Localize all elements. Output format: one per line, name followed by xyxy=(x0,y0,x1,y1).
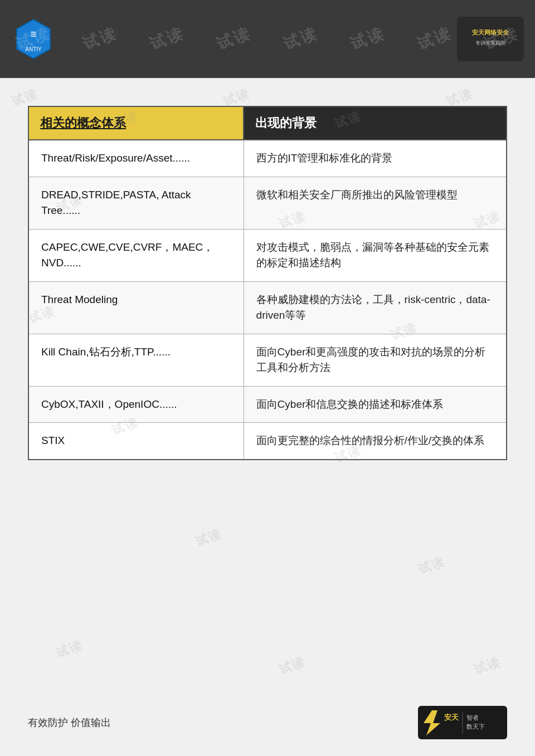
main-content: 相关的概念体系 出现的背景 Threat/Risk/Exposure/Asset… xyxy=(0,78,535,482)
svg-text:安天网络安全: 安天网络安全 xyxy=(471,29,509,36)
svg-text:数天下: 数天下 xyxy=(466,723,485,730)
footer: 有效防护 价值输出 安天 智者 数天下 xyxy=(28,706,507,739)
brand-logo: ≡ ANTIY xyxy=(11,17,56,61)
table-cell-right: 微软和相关安全厂商所推出的风险管理模型 xyxy=(244,177,507,229)
header: 试读 试读 试读 试读 试读 试读 试读 试读 ≡ ANTIY 安天网络安全 专… xyxy=(0,0,535,78)
table-cell-left: Threat/Risk/Exposure/Asset...... xyxy=(28,140,244,177)
table-row: Threat Modeling各种威胁建模的方法论，工具，risk-centri… xyxy=(28,281,507,334)
footer-slogan: 有效防护 价值输出 xyxy=(28,716,111,729)
svg-text:智者: 智者 xyxy=(466,714,479,721)
svg-text:专训营第四期: 专训营第四期 xyxy=(475,40,505,46)
table-cell-right: 面向更完整的综合性的情报分析/作业/交换的体系 xyxy=(244,423,507,460)
footer-logo: 安天 智者 数天下 xyxy=(418,706,507,739)
svg-text:ANTIY: ANTIY xyxy=(25,46,42,52)
table-cell-left: CAPEC,CWE,CVE,CVRF，MAEC，NVD...... xyxy=(28,229,244,281)
watermark: 试读 xyxy=(471,653,503,678)
watermark: 试读 xyxy=(276,653,308,678)
table-cell-left: DREAD,STRIDE,PASTA, Attack Tree...... xyxy=(28,177,244,229)
table-row: CybOX,TAXII，OpenIOC......面向Cyber和信息交换的描述… xyxy=(28,386,507,423)
table-cell-right: 各种威胁建模的方法论，工具，risk-centric，data-driven等等 xyxy=(244,281,507,334)
table-cell-left: Kill Chain,钻石分析,TTP...... xyxy=(28,334,244,386)
table-cell-left: CybOX,TAXII，OpenIOC...... xyxy=(28,386,244,423)
table-cell-right: 面向Cyber和信息交换的描述和标准体系 xyxy=(244,386,507,423)
training-logo: 安天网络安全 专训营第四期 xyxy=(457,17,524,61)
watermark: 试读 xyxy=(193,525,225,550)
header-watermarks: 试读 试读 试读 试读 试读 试读 试读 试读 xyxy=(0,0,535,78)
table-row: CAPEC,CWE,CVE,CVRF，MAEC，NVD......对攻击模式，脆… xyxy=(28,229,507,281)
watermark: 试读 xyxy=(416,553,448,578)
svg-text:安天: 安天 xyxy=(444,713,459,721)
col1-header: 相关的概念体系 xyxy=(28,106,244,140)
table-cell-right: 对攻击模式，脆弱点，漏洞等各种基础的安全元素的标定和描述结构 xyxy=(244,229,507,281)
table-cell-right: 面向Cyber和更高强度的攻击和对抗的场景的分析工具和分析方法 xyxy=(244,334,507,386)
col2-header: 出现的背景 xyxy=(244,106,507,140)
table-row: STIX面向更完整的综合性的情报分析/作业/交换的体系 xyxy=(28,423,507,460)
watermark: 试读 xyxy=(54,636,85,661)
table-cell-left: STIX xyxy=(28,423,244,460)
svg-text:≡: ≡ xyxy=(30,28,37,40)
concepts-table: 相关的概念体系 出现的背景 Threat/Risk/Exposure/Asset… xyxy=(28,106,507,460)
table-cell-right: 西方的IT管理和标准化的背景 xyxy=(244,140,507,177)
svg-rect-3 xyxy=(463,22,518,56)
table-row: Threat/Risk/Exposure/Asset......西方的IT管理和… xyxy=(28,140,507,177)
table-cell-left: Threat Modeling xyxy=(28,281,244,334)
table-row: DREAD,STRIDE,PASTA, Attack Tree......微软和… xyxy=(28,177,507,229)
table-row: Kill Chain,钻石分析,TTP......面向Cyber和更高强度的攻击… xyxy=(28,334,507,386)
